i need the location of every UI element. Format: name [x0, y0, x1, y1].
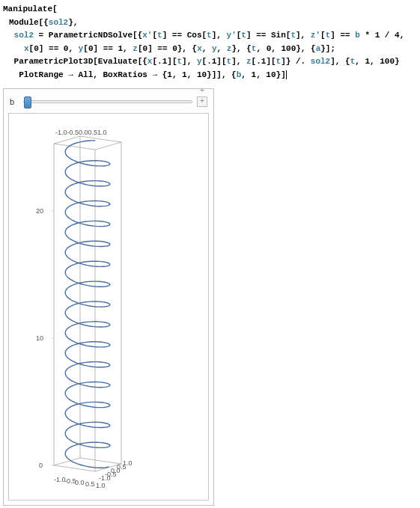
txt: ] == — [39, 44, 64, 53]
var-y5: y — [197, 57, 202, 66]
code-line-5: ParametricPlot3D[Evaluate[{x[.1][t], y[.… — [3, 55, 417, 69]
txt: } — [395, 57, 400, 66]
txt: [{ — [138, 57, 147, 66]
txt: }, — [68, 18, 78, 27]
z-tick-20: 20 — [36, 207, 43, 215]
txt: }, { — [296, 44, 315, 53]
slider-thumb[interactable] — [24, 97, 31, 108]
txt: [{ — [133, 31, 142, 40]
txt: }]], { — [207, 70, 237, 79]
var-xx: x — [197, 44, 202, 53]
txt: = — [34, 31, 49, 40]
txt: , — [256, 44, 266, 53]
txt: , — [400, 31, 405, 40]
code-line-6: PlotRange → All, BoxRatios → {1, 1, 10}]… — [3, 69, 417, 82]
z-axis: 0 10 20 — [36, 207, 54, 469]
fn-module: Module — [9, 18, 39, 27]
txt: , — [202, 44, 212, 53]
y-axis-bottom: -1.0 -0.5 0.0 0.5 1.0 — [99, 459, 133, 482]
var-sol2: sol2 — [49, 18, 68, 27]
txt: ] == — [330, 31, 355, 40]
txt: ] == — [162, 31, 187, 40]
x-axis-bottom: -1.0 -0.5 0.0 0.5 1.0 — [54, 476, 106, 489]
np1b: .1 — [207, 57, 216, 66]
opt-plotrange: PlotRange — [19, 70, 63, 79]
panel-plus-icon[interactable]: + — [197, 86, 207, 97]
br2: 1 — [182, 70, 187, 79]
opt-boxratios: BoxRatios — [103, 70, 147, 79]
txt: }]; — [320, 44, 335, 53]
var-zp: z' — [311, 31, 320, 40]
svg-text:1.0: 1.0 — [123, 459, 133, 467]
z-tick-10: 10 — [36, 334, 43, 342]
num-frac: 1 / 4 — [375, 31, 400, 40]
txt: , — [217, 44, 227, 53]
txt: , — [93, 70, 103, 79]
txt: [ — [138, 44, 143, 53]
slider-row: + b + — [8, 94, 209, 113]
fn-pp3d: ParametricPlot3D — [14, 57, 94, 66]
txt: , — [241, 70, 251, 79]
txt: ], — [212, 31, 227, 40]
var-xp: x' — [142, 31, 152, 40]
helix-curve — [65, 140, 110, 468]
var-yy: y — [212, 44, 217, 53]
var-z0: z — [133, 44, 138, 53]
var-t3: t — [241, 31, 246, 40]
svg-text:0.0: 0.0 — [75, 479, 85, 486]
txt: , — [256, 70, 266, 79]
manipulate-panel: + b + — [3, 88, 214, 506]
var-t1: t — [157, 31, 162, 40]
txt: ][ — [167, 57, 177, 66]
code-line-3: sol2 = ParametricNDSolve[{x'[t] == Cos[t… — [3, 29, 417, 43]
n100b: 100 — [380, 57, 395, 66]
txt: ] == — [246, 31, 271, 40]
txt: , — [123, 44, 133, 53]
svg-text:1.0: 1.0 — [96, 482, 106, 489]
plot-svg: 0 10 20 -1.0-0.50.00.51.0 -1.0 -0.5 0.0 … — [9, 114, 209, 501]
fn-manipulate: Manipulate — [3, 4, 52, 13]
txt: → { — [147, 70, 167, 79]
code-line-1: Manipulate[ — [3, 3, 417, 16]
val-all: All — [78, 70, 93, 79]
txt: , — [370, 57, 380, 66]
txt: [ — [83, 44, 88, 53]
txt: ], — [231, 57, 246, 66]
txt: }, { — [231, 44, 251, 53]
br3: 10 — [197, 70, 207, 79]
txt: ], { — [330, 57, 350, 66]
txt — [305, 57, 311, 66]
txt: , — [271, 44, 281, 53]
z-tick-0: 0 — [39, 462, 43, 469]
slider-label: b — [10, 97, 19, 106]
code-cell[interactable]: Manipulate[ Module[{sol2}, sol2 = Parame… — [3, 3, 417, 82]
var-z5: z — [246, 57, 252, 66]
op-repl: /. — [296, 57, 305, 66]
svg-text:0.5: 0.5 — [85, 480, 95, 488]
slider-track[interactable] — [23, 100, 192, 103]
txt: , — [355, 57, 365, 66]
slider[interactable]: + — [23, 97, 207, 107]
txt: [{ — [39, 18, 49, 27]
n0e: 0 — [172, 44, 177, 53]
fn-sin: Sin — [271, 31, 286, 40]
bounding-box — [54, 136, 121, 471]
plot-3d[interactable]: 0 10 20 -1.0-0.50.00.51.0 -1.0 -0.5 0.0 … — [8, 113, 209, 501]
txt: , — [68, 44, 78, 53]
var-t4: t — [290, 31, 296, 40]
txt: [ — [93, 57, 98, 66]
var-x0: x — [24, 44, 29, 53]
code-line-4: x[0] == 0, y[0] == 1, z[0] == 0}, {x, y,… — [3, 43, 417, 56]
txt: ][ — [216, 57, 226, 66]
var-sol2c: sol2 — [311, 57, 330, 66]
slider-expand-button[interactable]: + — [197, 97, 207, 107]
txt: , — [172, 70, 182, 79]
bracket: [ — [52, 4, 58, 13]
np1a: .1 — [157, 57, 167, 66]
top-ticks: -1.0-0.50.00.51.0 — [55, 129, 107, 136]
txt: ], — [296, 31, 311, 40]
n100: 100 — [281, 44, 296, 53]
txt: }] — [276, 70, 286, 79]
var-sol2b: sol2 — [14, 31, 34, 40]
var-t2: t — [207, 31, 212, 40]
